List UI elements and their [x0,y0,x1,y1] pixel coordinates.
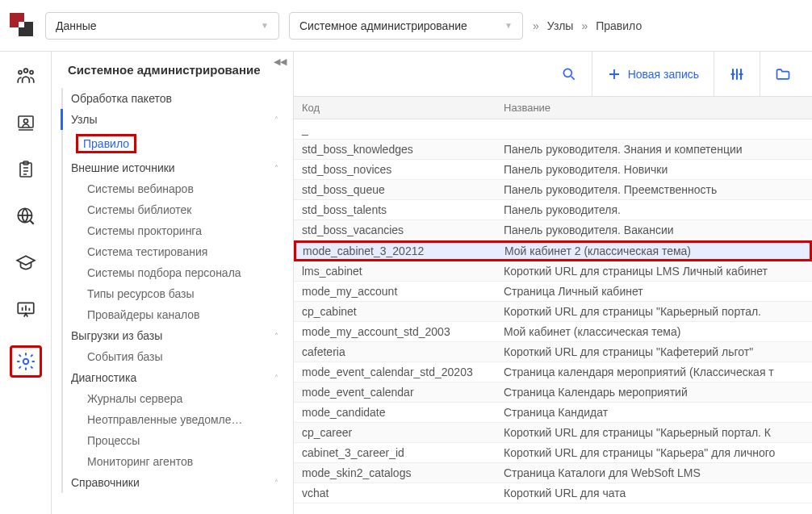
tree-item[interactable]: Узлы˄ [61,109,293,130]
tree-item[interactable]: Системы подбора персонала [65,262,293,283]
table-row[interactable]: mode_candidateСтраница Кандидат [294,403,812,423]
table-row[interactable]: mode_event_calendarСтраница Календарь ме… [294,382,812,403]
cell-name: Мой кабинет (классическая тема) [496,322,812,341]
tree-item-label: Внешние источники [71,161,175,174]
cell-name: Короткий URL для страницы "Кафетерий льг… [496,342,812,361]
select-module[interactable]: Системное администрирование ▼ [289,12,523,40]
col-header-code[interactable]: Код [294,97,496,119]
grid-header: Код Название [294,97,812,119]
folder-button[interactable] [760,52,806,97]
tree-item-label: Системы библиотек [87,203,191,216]
table-row[interactable]: cp_cabinetКороткий URL для страницы "Кар… [294,302,812,322]
cell-code: mode_my_account [294,282,496,301]
svg-rect-3 [19,116,33,127]
tree-item[interactable]: Правило [65,130,293,157]
cell-name: Короткий URL для страницы LMS Личный каб… [496,261,812,281]
tree-item[interactable]: Процессы [65,430,293,451]
table-row[interactable]: mode_event_calendar_std_20203Страница ка… [294,362,812,382]
cell-name: Короткий URL для чата [496,483,812,503]
rail-education-icon[interactable] [15,252,37,274]
columns-button[interactable] [714,52,760,97]
tree-item-label: Мониторинг агентов [87,455,193,468]
tree-item[interactable]: Выгрузки из базы˄ [65,325,293,346]
cell-name: Страница Календарь мероприятий [496,382,812,402]
svg-point-0 [23,69,27,73]
tree-item-label: Системы вебинаров [87,182,194,195]
svg-point-4 [23,119,27,123]
rail-globe-icon[interactable] [15,205,37,228]
tree-item[interactable]: Система тестирования [65,241,293,262]
table-row[interactable]: mode_my_account_std_2003Мой кабинет (кла… [294,322,812,342]
tree-item[interactable]: Системы библиотек [65,199,293,220]
tree-item[interactable]: Системы прокторинга [65,220,293,241]
table-row[interactable]: mode_my_accountСтраница Личный кабинет [294,282,812,302]
tree-item[interactable]: Внешние источники˄ [65,157,293,178]
topbar: Данные ▼ Системное администрирование ▼ »… [0,0,812,52]
select-data-label: Данные [56,19,97,32]
cell-name: Панель руководителя. Вакансии [496,220,812,240]
rail-settings-icon[interactable] [10,345,42,378]
select-data[interactable]: Данные ▼ [45,12,279,40]
search-button[interactable] [546,52,592,97]
tree-item[interactable]: Неотправленные уведомле… [65,409,293,430]
chevron-up-icon: ˄ [274,164,278,173]
table-row[interactable]: std_boss_novicesПанель руководителя. Нов… [294,160,812,180]
table-row[interactable]: lms_cabinetКороткий URL для страницы LMS… [294,261,812,282]
table-row[interactable]: std_boss_talentsПанель руководителя. [294,200,812,220]
left-rail [0,52,52,514]
svg-point-9 [23,359,28,365]
content: Новая запись Код Название _ std_boss_kno… [294,52,812,514]
svg-point-2 [30,71,33,74]
svg-point-10 [563,69,571,77]
table-row[interactable]: cafeteriaКороткий URL для страницы "Кафе… [294,342,812,362]
col-header-name[interactable]: Название [496,97,812,119]
cell-name: Панель руководителя. Новички [496,160,812,179]
table-row[interactable]: mode_skin2_catalogsСтраница Каталоги для… [294,463,812,483]
cell-name: Короткий URL для страницы "Карьерный пор… [496,423,812,442]
tree-item-label: Неотправленные уведомле… [87,413,243,426]
select-module-label: Системное администрирование [299,19,467,32]
rail-user-icon[interactable] [15,111,37,134]
sidebar: ◀◀ Системное администрирование Обработка… [52,52,294,514]
cell-code: mode_cabinet_3_20212 [296,243,498,259]
cell-code: cp_cabinet [294,302,496,321]
table-row[interactable]: std_boss_queueПанель руководителя. Преем… [294,180,812,200]
table-row[interactable]: cabinet_3_career_idКороткий URL для стра… [294,443,812,463]
table-row[interactable]: mode_cabinet_3_20212Мой кабинет 2 (класс… [294,240,812,261]
table-row[interactable]: std_boss_vacanciesПанель руководителя. В… [294,220,812,240]
tree-item-label: Процессы [87,434,140,447]
tree-item[interactable]: Типы ресурсов базы [65,283,293,304]
cell-code: std_boss_talents [294,200,496,219]
tree-item[interactable]: Справочники˄ [65,472,293,493]
chevron-down-icon: ▼ [504,21,513,30]
chevron-down-icon: ▼ [261,21,269,30]
rail-presentation-icon[interactable] [15,299,37,321]
table-row[interactable]: vchatКороткий URL для чата [294,483,812,504]
cell-code: std_boss_knowledges [294,140,496,159]
rail-team-icon[interactable] [15,65,37,87]
breadcrumb-item[interactable]: Узлы [547,19,574,32]
cell-code: cabinet_3_career_id [294,443,496,462]
tree-item-label: Правило [76,134,136,153]
rail-clipboard-icon[interactable] [15,158,37,181]
tree-item[interactable]: Журналы сервера [65,388,293,409]
table-row[interactable]: cp_careerКороткий URL для страницы "Карь… [294,423,812,443]
cell-code: mode_event_calendar [294,382,496,402]
tree-item[interactable]: Провайдеры каналов [65,304,293,325]
table-row[interactable]: _ [294,119,812,140]
cell-code: mode_skin2_catalogs [294,463,496,483]
tree-item[interactable]: События базы [65,346,293,367]
breadcrumb-item[interactable]: Правило [596,19,642,32]
tree-item-label: Диагностика [71,371,136,384]
new-record-button[interactable]: Новая запись [592,52,714,97]
cell-code: std_boss_queue [294,180,496,199]
tree-item[interactable]: Системы вебинаров [65,178,293,199]
tree-item[interactable]: Обработка пакетов [65,88,293,109]
tree-item[interactable]: Мониторинг агентов [65,451,293,472]
tree-item-label: Типы ресурсов базы [87,287,195,300]
toolbar: Новая запись [294,52,812,97]
collapse-icon[interactable]: ◀◀ [274,56,287,67]
tree-item[interactable]: Диагностика˄ [65,367,293,388]
table-row[interactable]: std_boss_knowledgesПанель руководителя. … [294,140,812,160]
grid: Код Название _ std_boss_knowledgesПанель… [294,97,812,514]
